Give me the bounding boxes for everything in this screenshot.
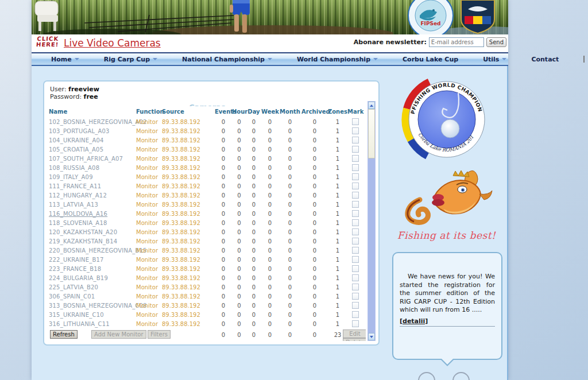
camera-name-link[interactable]: 108_RUSSIA_A08	[49, 165, 136, 171]
delete-button[interactable]: Delete	[343, 338, 366, 341]
click-here-badge[interactable]: CLICK HERE!	[35, 36, 60, 48]
source-ip-link[interactable]: 89.33.88.192	[162, 156, 215, 162]
scroll-up-button[interactable]	[368, 102, 375, 109]
live-video-cameras-link[interactable]: Live Video Cameras	[64, 37, 161, 49]
monitor-function-link[interactable]: Monitor	[136, 303, 162, 309]
monitor-function-link[interactable]: Monitor	[136, 211, 162, 217]
monitor-function-link[interactable]: Monitor	[136, 128, 162, 134]
mark-checkbox[interactable]	[352, 228, 359, 235]
mark-checkbox[interactable]	[352, 146, 359, 153]
monitor-function-link[interactable]: Monitor	[136, 146, 162, 153]
camera-name-link[interactable]: 222_UKRAINE_B17	[49, 257, 136, 263]
source-ip-link[interactable]: 89.33.88.192	[162, 293, 215, 300]
mark-checkbox[interactable]	[352, 164, 359, 171]
romania-flag-icon[interactable]	[583, 56, 585, 63]
monitor-function-link[interactable]: Monitor	[136, 293, 162, 300]
monitor-function-link[interactable]: Monitor	[136, 156, 162, 162]
camera-name-link[interactable]: 105_CROATIA_A05	[49, 146, 136, 153]
monitor-function-link[interactable]: Monitor	[136, 165, 162, 171]
camera-name-link[interactable]: 120_KAZAKHSTAN_A20	[49, 229, 136, 235]
mark-checkbox[interactable]	[352, 118, 359, 125]
monitor-function-link[interactable]: Monitor	[136, 192, 162, 199]
source-ip-link[interactable]: 89.33.88.192	[162, 238, 215, 245]
news-details-link[interactable]: [detalii]	[400, 317, 428, 325]
nav-item[interactable]: World Championship	[297, 56, 378, 63]
camera-name-link[interactable]: 113_LATVIA_A13	[49, 201, 136, 208]
source-ip-link[interactable]: 89.33.88.192	[162, 146, 215, 153]
camera-name-link[interactable]: 224_BULGARIA_B19	[49, 275, 136, 281]
scrollbar-thumb[interactable]	[368, 109, 375, 158]
source-ip-link[interactable]: 89.33.88.192	[162, 220, 215, 226]
mark-checkbox[interactable]	[352, 137, 359, 144]
source-ip-link[interactable]: 89.33.88.192	[162, 275, 215, 281]
source-ip-link[interactable]: 89.33.88.192	[162, 211, 215, 217]
camera-name-link[interactable]: 104_UKRAINE_A04	[49, 137, 136, 144]
monitor-function-link[interactable]: Monitor	[136, 266, 162, 272]
mark-checkbox[interactable]	[352, 201, 359, 208]
source-ip-link[interactable]: 89.33.88.192	[162, 257, 215, 263]
source-ip-link[interactable]: 89.33.88.192	[162, 119, 215, 125]
vertical-scrollbar[interactable]	[368, 101, 376, 341]
mark-checkbox[interactable]	[352, 247, 359, 254]
mark-checkbox[interactable]	[352, 155, 359, 162]
monitor-function-link[interactable]: Monitor	[136, 201, 162, 208]
newsletter-send-button[interactable]: Send	[486, 37, 506, 47]
monitor-function-link[interactable]: Monitor	[136, 275, 162, 281]
mark-checkbox[interactable]	[352, 210, 359, 217]
edit-button[interactable]: Edit	[343, 329, 366, 338]
camera-name-link[interactable]: 112_HUNGARY_A12	[49, 192, 136, 199]
source-ip-link[interactable]: 89.33.88.192	[162, 266, 215, 272]
camera-name-link[interactable]: 316_LITHUANIA_C11	[49, 321, 136, 327]
add-new-monitor-button[interactable]: Add New Monitor	[91, 330, 146, 339]
camera-name-link[interactable]: 111_FRANCE_A11	[49, 183, 136, 189]
mark-checkbox[interactable]	[352, 284, 359, 290]
nav-item[interactable]: Home	[51, 56, 79, 63]
camera-name-link[interactable]: 219_KAZAKHSTAN_B14	[49, 238, 136, 245]
camera-name-link[interactable]: 116_MOLDOVA_A16	[49, 211, 136, 217]
mark-checkbox[interactable]	[352, 256, 359, 263]
camera-name-link[interactable]: 306_SPAIN_C01	[49, 293, 136, 300]
source-ip-link[interactable]: 89.33.88.192	[162, 137, 215, 144]
mark-checkbox[interactable]	[352, 238, 359, 245]
mark-checkbox[interactable]	[352, 320, 359, 327]
mark-checkbox[interactable]	[352, 302, 359, 309]
camera-name-link[interactable]: 109_ITALY_A09	[49, 174, 136, 180]
camera-name-link[interactable]: 225_LATVIA_B20	[49, 284, 136, 290]
monitor-function-link[interactable]: Monitor	[136, 174, 162, 180]
camera-name-link[interactable]: 102_BOSNIA_HERZEGOVINA_A02	[49, 119, 136, 125]
camera-name-link[interactable]: 103_PORTUGAL_A03	[49, 128, 136, 134]
filters-button[interactable]: Filters	[148, 330, 171, 339]
monitor-function-link[interactable]: Monitor	[136, 312, 162, 318]
source-ip-link[interactable]: 89.33.88.192	[162, 165, 215, 171]
monitor-function-link[interactable]: Monitor	[136, 119, 162, 125]
camera-name-link[interactable]: 315_UKRAINE_C10	[49, 312, 136, 318]
camera-name-link[interactable]: 118_SLOVENIA_A18	[49, 220, 136, 226]
mark-checkbox[interactable]	[352, 311, 359, 318]
camera-name-link[interactable]: 313_BOSNIA_HERZEGOVINA_C08	[49, 303, 136, 309]
source-ip-link[interactable]: 89.33.88.192	[162, 192, 215, 199]
source-ip-link[interactable]: 89.33.88.192	[162, 284, 215, 290]
monitor-function-link[interactable]: Monitor	[136, 257, 162, 263]
source-ip-link[interactable]: 89.33.88.192	[162, 247, 215, 254]
source-ip-link[interactable]: 89.33.88.192	[162, 128, 215, 134]
mark-checkbox[interactable]	[352, 274, 359, 281]
nav-item[interactable]: Utils	[483, 56, 506, 63]
monitor-function-link[interactable]: Monitor	[136, 247, 162, 254]
mark-checkbox[interactable]	[352, 265, 359, 272]
mark-checkbox[interactable]	[352, 192, 359, 199]
source-ip-link[interactable]: 89.33.88.192	[162, 321, 215, 327]
mark-checkbox[interactable]	[352, 219, 359, 226]
refresh-button[interactable]: Refresh	[50, 330, 78, 339]
source-ip-link[interactable]: 89.33.88.192	[162, 312, 215, 318]
mark-checkbox[interactable]	[352, 183, 359, 189]
scroll-down-button[interactable]	[368, 333, 375, 340]
mark-checkbox[interactable]	[352, 127, 359, 134]
source-ip-link[interactable]: 89.33.88.192	[162, 174, 215, 180]
nav-item[interactable]: Corbu Lake Cup	[403, 56, 458, 63]
monitor-function-link[interactable]: Monitor	[136, 238, 162, 245]
mark-checkbox[interactable]	[352, 293, 359, 300]
monitor-function-link[interactable]: Monitor	[136, 284, 162, 290]
source-ip-link[interactable]: 89.33.88.192	[162, 303, 215, 309]
nav-item[interactable]: Rig Carp Cup	[104, 56, 157, 63]
monitor-function-link[interactable]: Monitor	[136, 229, 162, 235]
